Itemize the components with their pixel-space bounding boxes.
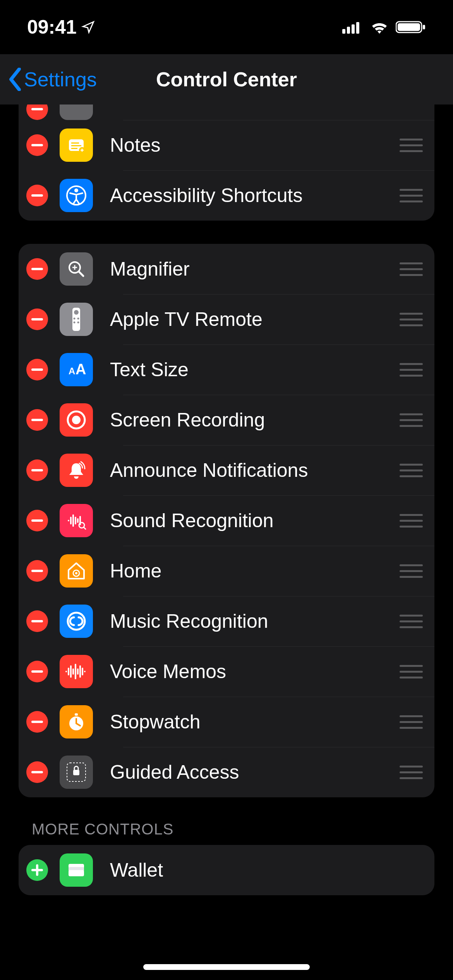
svg-rect-35 [31, 570, 43, 572]
minus-icon [31, 469, 43, 471]
table-row[interactable]: Home [19, 546, 434, 596]
svg-rect-40 [31, 670, 43, 673]
minus-icon [31, 670, 43, 673]
status-right [342, 20, 426, 34]
table-row[interactable]: Music Recognition [19, 596, 434, 646]
drag-handle[interactable] [400, 563, 423, 579]
svg-rect-0 [342, 29, 345, 34]
drag-handle[interactable] [400, 513, 423, 528]
table-row[interactable]: Sound Recognition [19, 495, 434, 546]
remove-button[interactable] [26, 308, 48, 330]
svg-rect-17 [31, 268, 43, 270]
svg-point-23 [77, 318, 79, 320]
drag-handle[interactable] [400, 664, 423, 679]
svg-rect-38 [31, 620, 43, 622]
remove-button[interactable] [26, 560, 48, 582]
location-icon [81, 20, 95, 34]
back-button[interactable]: Settings [8, 68, 97, 91]
svg-rect-41 [31, 721, 43, 723]
home-icon [60, 554, 93, 588]
drag-handle[interactable] [400, 613, 423, 629]
svg-rect-12 [71, 148, 77, 149]
svg-rect-10 [71, 142, 79, 144]
remove-button[interactable] [26, 409, 48, 431]
minus-icon [31, 570, 43, 572]
drag-handle[interactable] [400, 412, 423, 428]
battery-icon [396, 20, 426, 34]
table-row[interactable]: Announce Notifications [19, 445, 434, 495]
drag-handle[interactable] [400, 362, 423, 377]
drag-handle[interactable] [400, 137, 423, 153]
status-left: 09:41 [27, 16, 95, 38]
svg-rect-29 [31, 419, 43, 421]
drag-handle[interactable] [400, 312, 423, 327]
remove-button[interactable] [26, 711, 48, 733]
drag-handle[interactable] [400, 764, 423, 780]
table-row[interactable]: Accessibility Shortcuts [19, 170, 434, 221]
back-label: Settings [24, 68, 97, 91]
svg-rect-11 [71, 145, 81, 146]
drag-handle[interactable] [400, 463, 423, 478]
table-row[interactable]: Magnifier [19, 244, 434, 294]
svg-point-25 [77, 322, 79, 324]
drag-handle[interactable] [400, 714, 423, 730]
svg-rect-33 [31, 519, 43, 522]
row-label: Apple TV Remote [110, 308, 400, 331]
drag-handle[interactable] [400, 261, 423, 277]
table-row[interactable]: Apple TV Remote [19, 294, 434, 344]
remove-button[interactable] [26, 661, 48, 682]
included-controls-group-2: Magnifier Apple TV Remote [19, 244, 434, 797]
minus-icon [31, 419, 43, 421]
table-row[interactable]: Voice Memos [19, 646, 434, 697]
svg-rect-43 [75, 713, 78, 716]
table-row[interactable]: Wallet [19, 845, 434, 895]
screen-recording-icon [60, 403, 93, 437]
remove-button[interactable] [26, 185, 48, 206]
table-row[interactable]: Stopwatch [19, 697, 434, 747]
music-recognition-icon [60, 605, 93, 638]
add-button[interactable] [26, 859, 48, 881]
included-controls-group-1: Notes Accessibility Shortcuts [19, 105, 434, 221]
table-row-partial[interactable] [19, 105, 434, 120]
page-title: Control Center [156, 68, 297, 91]
announce-notifications-icon [60, 454, 93, 487]
svg-rect-5 [398, 23, 420, 31]
app-icon-unknown [60, 105, 93, 120]
svg-point-21 [74, 310, 79, 315]
svg-text:A: A [69, 366, 75, 376]
svg-point-31 [72, 416, 81, 424]
row-label: Music Recognition [110, 610, 400, 632]
row-label: Wallet [110, 859, 423, 881]
row-label: Guided Access [110, 761, 400, 783]
remove-button[interactable] [26, 134, 48, 156]
plus-icon [31, 864, 43, 876]
svg-rect-8 [31, 144, 43, 146]
table-row[interactable]: Screen Recording [19, 395, 434, 445]
svg-rect-6 [423, 25, 425, 29]
svg-rect-46 [73, 770, 79, 775]
remove-button[interactable] [26, 258, 48, 280]
status-time: 09:41 [27, 16, 77, 38]
drag-handle[interactable] [400, 188, 423, 203]
status-bar: 09:41 [0, 0, 453, 54]
table-row[interactable]: A A Text Size [19, 344, 434, 395]
svg-text:A: A [76, 361, 86, 377]
remove-button[interactable] [26, 459, 48, 481]
svg-point-37 [75, 572, 77, 574]
home-indicator[interactable] [143, 964, 310, 970]
svg-rect-7 [31, 108, 43, 110]
chevron-left-icon [8, 68, 22, 91]
remove-button[interactable] [26, 359, 48, 380]
table-row[interactable]: Notes [19, 120, 434, 170]
remove-button[interactable] [26, 510, 48, 531]
svg-point-24 [74, 322, 76, 324]
remove-button[interactable] [26, 761, 48, 783]
minus-icon [31, 620, 43, 622]
table-row[interactable]: Guided Access [19, 747, 434, 797]
remove-button[interactable] [26, 105, 48, 120]
row-label: Announce Notifications [110, 459, 400, 481]
wifi-icon [370, 21, 389, 34]
remove-button[interactable] [26, 610, 48, 632]
svg-rect-51 [69, 870, 84, 876]
row-label: Magnifier [110, 258, 400, 280]
